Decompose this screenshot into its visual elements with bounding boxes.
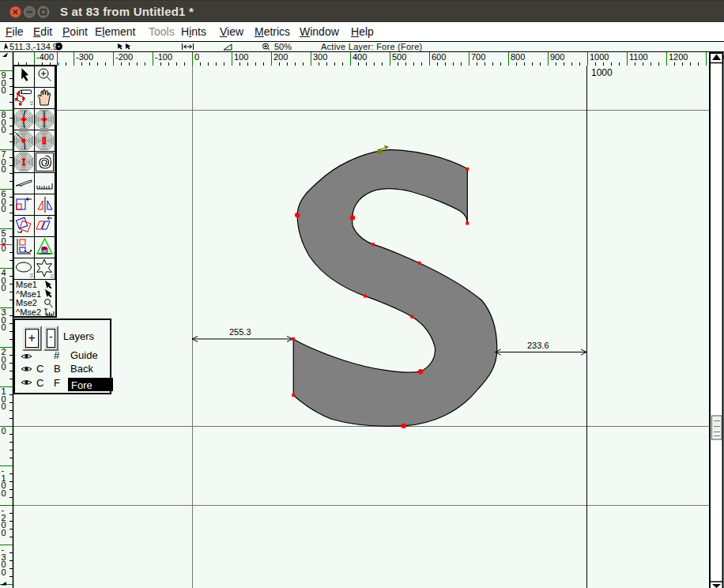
svg-text:0: 0	[2, 322, 6, 332]
svg-text:1000: 1000	[591, 67, 613, 78]
svg-text:-300: -300	[76, 52, 93, 62]
svg-text:0: 0	[2, 426, 6, 435]
svg-text:0: 0	[2, 401, 6, 411]
svg-text:1100: 1100	[629, 52, 648, 62]
svg-text:1200: 1200	[669, 52, 688, 62]
svg-text:0: 0	[2, 488, 6, 498]
svg-text:300: 300	[313, 52, 327, 62]
svg-text:255.3: 255.3	[229, 327, 251, 337]
svg-text:0: 0	[2, 204, 6, 213]
svg-text:100: 100	[234, 52, 248, 62]
svg-text:0: 0	[2, 164, 6, 174]
svg-text:400: 400	[353, 52, 367, 62]
svg-text:-200: -200	[115, 52, 133, 62]
svg-text:233.6: 233.6	[527, 341, 549, 350]
svg-text:1000: 1000	[590, 52, 609, 62]
svg-text:0: 0	[194, 52, 199, 62]
svg-text:700: 700	[471, 52, 485, 62]
svg-text:0: 0	[2, 125, 6, 134]
svg-text:0: 0	[2, 528, 6, 537]
svg-text:900: 900	[550, 52, 564, 62]
svg-text:500: 500	[392, 52, 406, 62]
svg-text:-400: -400	[36, 52, 54, 62]
svg-text:0: 0	[2, 85, 6, 95]
svg-text:0: 0	[2, 567, 6, 577]
svg-text:-100: -100	[155, 52, 172, 62]
svg-text:800: 800	[511, 52, 525, 62]
svg-text:600: 600	[432, 52, 446, 62]
svg-text:200: 200	[273, 52, 288, 62]
svg-text:0: 0	[2, 362, 6, 371]
svg-text:0: 0	[2, 283, 6, 292]
